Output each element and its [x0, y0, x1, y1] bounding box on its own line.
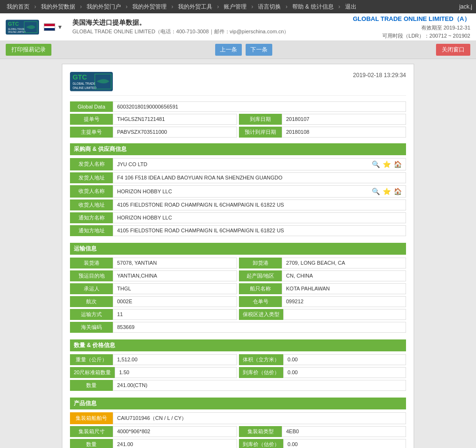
shipper-star-icon[interactable]: ⭐ [383, 160, 391, 168]
weight-group: 重量（公斤） 1,512.00 [70, 354, 237, 365]
shipper-addr-value: F4 106 F518 IDEA LAND BAOYUAN ROA NA SHE… [113, 172, 406, 183]
product-header: 产品信息 [70, 398, 406, 409]
consignee-addr-value: 4105 FIELDSTONE ROAD CHAMPAIGN IL 6CHAMP… [113, 199, 406, 210]
quantity-label: 数量 [70, 380, 113, 391]
shipper-value: JYU CO LTD 🔍 ⭐ 🏠 [113, 158, 406, 170]
notify-label: 通知方名称 [70, 212, 113, 223]
lang-dropdown[interactable]: ▼ [57, 24, 63, 30]
container-price-row: 20尺标准箱数量 1.50 到库价（估价） 0.00 [70, 367, 406, 378]
voyage-bol-row: 航次 0002E 仓单号 099212 [70, 296, 406, 307]
header-left: GTC GLOBAL TRADE ONLINE LIMITED ▼ [6, 18, 63, 37]
container20-group: 20尺标准箱数量 1.50 [70, 367, 237, 378]
carrier-label: 承运人 [70, 283, 113, 294]
product-price-group: 到库价（估价） 0.00 [239, 439, 406, 448]
company-name: GLOBAL TRADE ONLINE LIMITED（A） [353, 15, 470, 23]
nav-trade-data[interactable]: 我的外贸数据 [38, 3, 78, 11]
flag-icon [44, 23, 55, 31]
notify-addr-label: 通知方地址 [70, 225, 113, 236]
notify-row: 通知方名称 HORIZON HOBBY LLC [70, 212, 406, 223]
nav-tools[interactable]: 我的外贸工具 [175, 3, 215, 11]
nav-logout[interactable]: 退出 [342, 3, 359, 11]
shipper-row: 发货人名称 JYU CO LTD 🔍 ⭐ 🏠 [70, 158, 406, 170]
logo: GTC GLOBAL TRADE ONLINE LIMITED [6, 18, 39, 37]
loading-port-label: 装货港 [70, 258, 113, 269]
product-qty-value: 241.00 [113, 439, 237, 448]
shipper-search-icon[interactable]: 🔍 [372, 160, 380, 168]
shipper-home-icon[interactable]: 🏠 [394, 160, 402, 168]
transport-section: 运输信息 装货港 57078, YANTIAN 卸货港 2709, LONG B… [70, 243, 406, 333]
transport-header: 运输信息 [70, 243, 406, 255]
ftz-label: 保税区进入类型 [239, 309, 283, 320]
doc-datetime: 2019-02-18 13:29:34 [353, 72, 406, 79]
container-no-value: CAIU7101946（CN / L / CY） [113, 412, 406, 424]
arrival-date-value: 20180107 [282, 114, 406, 125]
header: GTC GLOBAL TRADE ONLINE LIMITED ▼ 美国海关进口… [0, 13, 476, 41]
container-no-label: 集装箱船舶号 [70, 412, 113, 424]
notify-addr-row: 通知方地址 4105 FIELDSTONE ROAD CHAMPAIGN IL … [70, 225, 406, 236]
next-button[interactable]: 下一条 [246, 44, 272, 56]
carrier-value: THGL [113, 283, 237, 294]
nav-account[interactable]: 账户管理 [221, 3, 249, 11]
consignee-search-icon[interactable]: 🔍 [372, 188, 380, 195]
svg-text:GLOBAL TRADE: GLOBAL TRADE [8, 28, 25, 30]
ftz-group: 保税区进入类型 [239, 309, 406, 320]
print-button[interactable]: 打印报易记录 [6, 44, 51, 56]
pre-dest-value: YANTIAN,CHINA [113, 270, 237, 281]
arrival-date-group: 到库日期 20180107 [239, 114, 406, 125]
nav-items: 我的首页 › 我的外贸数据 › 我的外贸门户 › 我的外贸管理 › 我的外贸工具… [4, 3, 359, 11]
master-bill-label: 主提单号 [70, 127, 113, 138]
loading-port-value: 57078, YANTIAN [113, 258, 237, 269]
bol-value: 099212 [282, 296, 406, 307]
shipper-addr-label: 发货人地址 [70, 172, 113, 183]
master-bill-value: PABVSZX703511000 [113, 127, 237, 138]
transport-ftz-row: 运输方式 11 保税区进入类型 [70, 309, 406, 320]
prev-button[interactable]: 上一条 [215, 44, 242, 56]
svg-text:ONLINE LIMITED: ONLINE LIMITED [8, 31, 26, 33]
origin-group: 起产国/地区 CN, CHINA [239, 270, 406, 281]
shipper-label: 发货人名称 [70, 158, 113, 170]
consignee-star-icon[interactable]: ⭐ [383, 188, 391, 195]
vessel-group: 船只名称 KOTA PAHLAWAN [239, 283, 406, 294]
time-range: 可用时段（LDR）：200712 ~ 201902 [353, 32, 470, 40]
carrier-group: 承运人 THGL [70, 283, 237, 294]
doc-logo-svg: GTC GLOBAL TRADE ONLINE LIMITED [70, 72, 113, 91]
dest-origin-row: 预运目的地 YANTIAN,CHINA 起产国/地区 CN, CHINA [70, 270, 406, 281]
bill-no-group: 提单号 THGLSZN17121481 [70, 114, 237, 125]
container-type-value: 4EB0 [282, 426, 406, 437]
carrier-vessel-row: 承运人 THGL 船只名称 KOTA PAHLAWAN [70, 283, 406, 294]
price-value: 0.00 [283, 367, 406, 378]
master-bill-row: 主提单号 PABVSZX703511000 预计到岸日期 20180108 [70, 127, 406, 138]
weight-volume-row: 重量（公斤） 1,512.00 体积（立方米） 0.00 [70, 354, 406, 365]
weight-value: 1,512.00 [113, 354, 237, 365]
nav-help[interactable]: 帮助 & 统计信息 [289, 3, 337, 11]
nav-language[interactable]: 语言切换 [255, 3, 284, 11]
shipper-addr-row: 发货人地址 F4 106 F518 IDEA LAND BAOYUAN ROA … [70, 172, 406, 183]
close-button[interactable]: 关闭窗口 [436, 44, 470, 56]
customs-code-row: 海关编码 853669 [70, 322, 406, 333]
origin-label: 起产国/地区 [239, 270, 282, 281]
container-size-type-row: 集装箱尺寸 4000*906*802 集装箱类型 4EB0 [70, 426, 406, 437]
volume-label: 体积（立方米） [239, 354, 283, 365]
quantity-section: 数量 & 价格信息 重量（公斤） 1,512.00 体积（立方米） 0.00 2… [70, 339, 406, 391]
product-section: 产品信息 集装箱船舶号 CAIU7101946（CN / L / CY） 集装箱… [70, 398, 406, 448]
nav-portal[interactable]: 我的外贸门户 [84, 3, 124, 11]
valid-until: 有效期至 2019-12-31 [353, 24, 470, 31]
nav-home[interactable]: 我的首页 [4, 3, 32, 11]
quantity-header: 数量 & 价格信息 [70, 339, 406, 351]
product-price-value: 0.00 [283, 439, 406, 448]
consignee-addr-label: 收货人地址 [70, 199, 113, 210]
page-title: 美国海关进口提单数据。 [72, 19, 343, 27]
toolbar-left: 打印报易记录 [6, 44, 51, 56]
nav-manage[interactable]: 我的外贸管理 [129, 3, 169, 11]
volume-group: 体积（立方米） 0.00 [239, 354, 406, 365]
consignee-label: 收货人名称 [70, 185, 113, 198]
consignee-home-icon[interactable]: 🏠 [394, 188, 402, 195]
user-info: jack.j [459, 3, 472, 10]
customs-code-label: 海关编码 [70, 322, 113, 333]
estimated-date-label: 预计到岸日期 [239, 127, 282, 138]
flag-lang[interactable]: ▼ [44, 23, 63, 31]
voyage-value: 0002E [113, 296, 237, 307]
svg-text:GTC: GTC [72, 73, 87, 81]
notify-value: HORIZON HOBBY LLC [113, 212, 406, 223]
svg-text:ONLINE LIMITED: ONLINE LIMITED [72, 86, 96, 90]
